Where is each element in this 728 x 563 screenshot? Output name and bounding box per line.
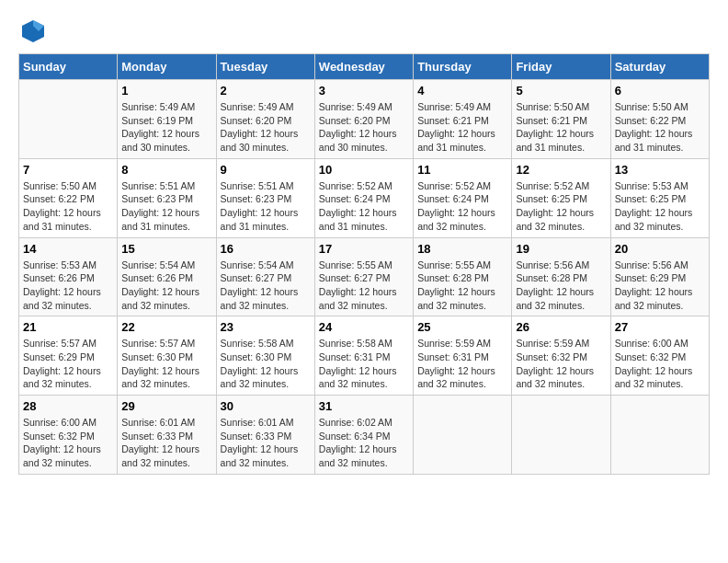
day-info: Sunrise: 6:00 AMSunset: 6:32 PMDaylight:… — [615, 337, 705, 391]
day-number: 10 — [319, 163, 409, 177]
day-info: Sunrise: 5:52 AMSunset: 6:24 PMDaylight:… — [417, 179, 507, 234]
day-info: Sunrise: 5:51 AMSunset: 6:23 PMDaylight:… — [121, 179, 211, 234]
calendar-cell: 14Sunrise: 5:53 AMSunset: 6:26 PMDayligh… — [19, 237, 118, 316]
day-number: 5 — [516, 84, 606, 98]
day-info: Sunrise: 5:53 AMSunset: 6:25 PMDaylight:… — [615, 179, 705, 234]
day-number: 8 — [121, 163, 211, 177]
day-info: Sunrise: 5:57 AMSunset: 6:29 PMDaylight:… — [23, 337, 113, 391]
calendar-cell: 2Sunrise: 5:49 AMSunset: 6:20 PMDaylight… — [216, 80, 314, 159]
calendar-week-row: 21Sunrise: 5:57 AMSunset: 6:29 PMDayligh… — [19, 316, 710, 396]
day-number: 20 — [615, 242, 705, 256]
calendar-cell — [610, 396, 709, 475]
day-number: 28 — [23, 399, 113, 413]
day-info: Sunrise: 5:57 AMSunset: 6:30 PMDaylight:… — [121, 337, 211, 391]
calendar-cell: 17Sunrise: 5:55 AMSunset: 6:27 PMDayligh… — [314, 237, 413, 316]
calendar-cell: 4Sunrise: 5:49 AMSunset: 6:21 PMDaylight… — [414, 80, 512, 159]
calendar-cell: 24Sunrise: 5:58 AMSunset: 6:31 PMDayligh… — [314, 316, 413, 396]
calendar-cell — [19, 80, 118, 159]
calendar-cell: 25Sunrise: 5:59 AMSunset: 6:31 PMDayligh… — [414, 316, 512, 396]
calendar-cell: 28Sunrise: 6:00 AMSunset: 6:32 PMDayligh… — [19, 396, 118, 475]
day-number: 17 — [319, 242, 409, 256]
day-number: 22 — [121, 320, 211, 334]
day-info: Sunrise: 5:50 AMSunset: 6:22 PMDaylight:… — [23, 179, 113, 234]
calendar-cell: 22Sunrise: 5:57 AMSunset: 6:30 PMDayligh… — [118, 316, 216, 396]
day-info: Sunrise: 5:55 AMSunset: 6:27 PMDaylight:… — [319, 259, 409, 313]
day-number: 15 — [121, 242, 211, 256]
logo-icon — [20, 18, 46, 44]
day-info: Sunrise: 5:55 AMSunset: 6:28 PMDaylight:… — [417, 259, 507, 313]
day-header-sunday: Sunday — [19, 54, 118, 80]
calendar-cell — [512, 396, 610, 475]
calendar-cell: 23Sunrise: 5:58 AMSunset: 6:30 PMDayligh… — [216, 316, 314, 396]
day-number: 7 — [23, 163, 113, 177]
calendar-table: SundayMondayTuesdayWednesdayThursdayFrid… — [18, 53, 710, 475]
calendar-cell: 30Sunrise: 6:01 AMSunset: 6:33 PMDayligh… — [216, 396, 314, 475]
calendar-cell: 20Sunrise: 5:56 AMSunset: 6:29 PMDayligh… — [610, 237, 709, 316]
day-number: 13 — [615, 163, 705, 177]
day-number: 1 — [121, 84, 211, 98]
day-info: Sunrise: 5:59 AMSunset: 6:32 PMDaylight:… — [516, 337, 606, 391]
day-info: Sunrise: 5:52 AMSunset: 6:24 PMDaylight:… — [319, 179, 409, 234]
day-info: Sunrise: 5:49 AMSunset: 6:21 PMDaylight:… — [417, 100, 507, 155]
day-info: Sunrise: 5:54 AMSunset: 6:27 PMDaylight:… — [221, 259, 311, 313]
day-number: 6 — [615, 84, 705, 98]
day-number: 23 — [221, 320, 311, 334]
day-info: Sunrise: 6:02 AMSunset: 6:34 PMDaylight:… — [319, 416, 409, 470]
calendar-cell: 8Sunrise: 5:51 AMSunset: 6:23 PMDaylight… — [118, 158, 216, 237]
calendar-cell: 3Sunrise: 5:49 AMSunset: 6:20 PMDaylight… — [314, 80, 413, 159]
day-number: 11 — [417, 163, 507, 177]
day-info: Sunrise: 5:58 AMSunset: 6:31 PMDaylight:… — [319, 337, 409, 391]
calendar-cell: 7Sunrise: 5:50 AMSunset: 6:22 PMDaylight… — [19, 158, 118, 237]
day-number: 24 — [319, 320, 409, 334]
day-info: Sunrise: 5:49 AMSunset: 6:19 PMDaylight:… — [121, 100, 211, 155]
calendar-week-row: 28Sunrise: 6:00 AMSunset: 6:32 PMDayligh… — [19, 396, 710, 475]
calendar-cell: 21Sunrise: 5:57 AMSunset: 6:29 PMDayligh… — [19, 316, 118, 396]
calendar-cell: 29Sunrise: 6:01 AMSunset: 6:33 PMDayligh… — [118, 396, 216, 475]
day-info: Sunrise: 5:50 AMSunset: 6:22 PMDaylight:… — [615, 100, 705, 155]
day-number: 18 — [417, 242, 507, 256]
day-header-tuesday: Tuesday — [216, 54, 314, 80]
day-info: Sunrise: 5:58 AMSunset: 6:30 PMDaylight:… — [221, 337, 311, 391]
day-number: 25 — [417, 320, 507, 334]
day-header-friday: Friday — [512, 54, 610, 80]
day-info: Sunrise: 5:59 AMSunset: 6:31 PMDaylight:… — [417, 337, 507, 391]
day-info: Sunrise: 6:00 AMSunset: 6:32 PMDaylight:… — [23, 416, 113, 470]
day-header-wednesday: Wednesday — [314, 54, 413, 80]
day-number: 27 — [615, 320, 705, 334]
calendar-cell: 5Sunrise: 5:50 AMSunset: 6:21 PMDaylight… — [512, 80, 610, 159]
calendar-cell: 18Sunrise: 5:55 AMSunset: 6:28 PMDayligh… — [414, 237, 512, 316]
day-info: Sunrise: 5:49 AMSunset: 6:20 PMDaylight:… — [319, 100, 409, 155]
day-header-thursday: Thursday — [414, 54, 512, 80]
day-info: Sunrise: 5:56 AMSunset: 6:29 PMDaylight:… — [615, 259, 705, 313]
day-number: 2 — [221, 84, 311, 98]
calendar-cell: 26Sunrise: 5:59 AMSunset: 6:32 PMDayligh… — [512, 316, 610, 396]
day-info: Sunrise: 5:51 AMSunset: 6:23 PMDaylight:… — [221, 179, 311, 234]
day-number: 29 — [121, 399, 211, 413]
calendar-cell: 6Sunrise: 5:50 AMSunset: 6:22 PMDaylight… — [610, 80, 709, 159]
calendar-week-row: 14Sunrise: 5:53 AMSunset: 6:26 PMDayligh… — [19, 237, 710, 316]
calendar-week-row: 1Sunrise: 5:49 AMSunset: 6:19 PMDaylight… — [19, 80, 710, 159]
day-header-saturday: Saturday — [610, 54, 709, 80]
day-info: Sunrise: 6:01 AMSunset: 6:33 PMDaylight:… — [121, 416, 211, 470]
calendar-header-row: SundayMondayTuesdayWednesdayThursdayFrid… — [19, 54, 710, 80]
day-number: 26 — [516, 320, 606, 334]
day-number: 16 — [221, 242, 311, 256]
calendar-cell: 15Sunrise: 5:54 AMSunset: 6:26 PMDayligh… — [118, 237, 216, 316]
day-info: Sunrise: 5:56 AMSunset: 6:28 PMDaylight:… — [516, 259, 606, 313]
day-number: 19 — [516, 242, 606, 256]
day-number: 21 — [23, 320, 113, 334]
day-header-monday: Monday — [118, 54, 216, 80]
day-info: Sunrise: 5:54 AMSunset: 6:26 PMDaylight:… — [121, 259, 211, 313]
day-number: 14 — [23, 242, 113, 256]
day-number: 12 — [516, 163, 606, 177]
calendar-cell: 9Sunrise: 5:51 AMSunset: 6:23 PMDaylight… — [216, 158, 314, 237]
day-number: 9 — [221, 163, 311, 177]
calendar-cell: 13Sunrise: 5:53 AMSunset: 6:25 PMDayligh… — [610, 158, 709, 237]
day-number: 3 — [319, 84, 409, 98]
calendar-cell: 11Sunrise: 5:52 AMSunset: 6:24 PMDayligh… — [414, 158, 512, 237]
calendar-cell: 10Sunrise: 5:52 AMSunset: 6:24 PMDayligh… — [314, 158, 413, 237]
day-info: Sunrise: 6:01 AMSunset: 6:33 PMDaylight:… — [221, 416, 311, 470]
calendar-cell: 1Sunrise: 5:49 AMSunset: 6:19 PMDaylight… — [118, 80, 216, 159]
day-info: Sunrise: 5:49 AMSunset: 6:20 PMDaylight:… — [221, 100, 311, 155]
calendar-cell: 31Sunrise: 6:02 AMSunset: 6:34 PMDayligh… — [314, 396, 413, 475]
